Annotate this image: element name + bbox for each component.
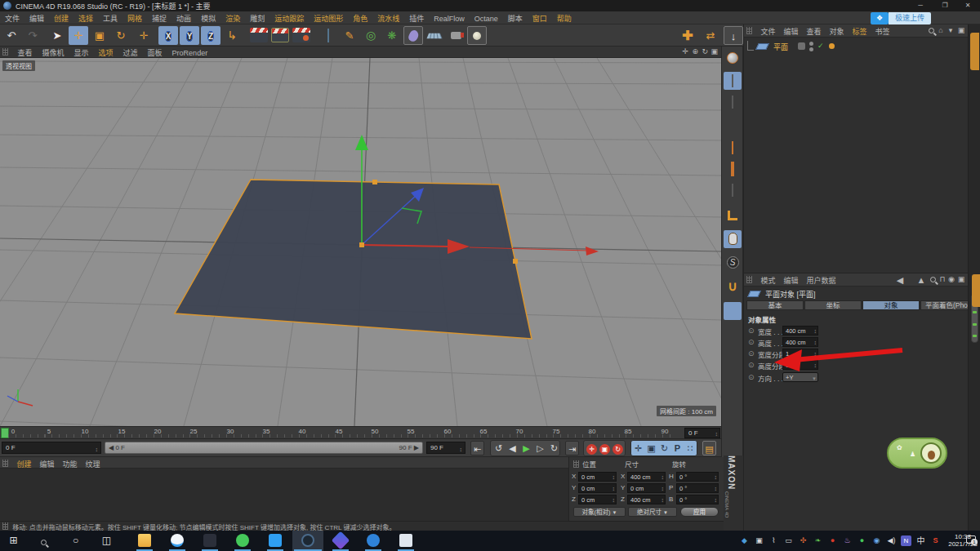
object-name[interactable]: 平面 — [773, 42, 788, 52]
menu-pipeline[interactable]: 流水线 — [372, 11, 404, 25]
anim-dot-icon[interactable]: ⊙ — [748, 361, 755, 369]
redo-button[interactable]: ↷ — [23, 26, 42, 45]
menu-render[interactable]: 渲染 — [220, 11, 245, 25]
maximize-view-icon[interactable]: ▣ — [710, 47, 718, 56]
mat-menu-texture[interactable]: 纹理 — [82, 457, 105, 471]
record-rotation-button[interactable]: ↻ — [611, 441, 625, 455]
search-icon[interactable] — [929, 28, 934, 33]
am-menu-edit[interactable]: 编辑 — [780, 273, 803, 287]
home-icon[interactable]: ⌂ — [936, 26, 946, 34]
add-floor-button[interactable] — [425, 26, 444, 45]
menu-plugins[interactable]: 插件 — [404, 11, 429, 25]
add-deformer-button[interactable] — [403, 26, 423, 45]
tray-screenshot-icon[interactable]: ▣ — [754, 535, 764, 546]
menu-octane[interactable]: Octane — [470, 13, 503, 24]
taskbar-app-explorer[interactable] — [129, 531, 160, 551]
tray-cloud-icon[interactable]: ◉ — [871, 535, 882, 546]
coordinate-system-button[interactable]: ↳ — [222, 26, 242, 45]
viewport-menu-panel[interactable]: 面板 — [143, 47, 167, 59]
rot-b-input[interactable]: 0 °↕ — [676, 495, 719, 504]
model-mode-button[interactable] — [724, 72, 742, 90]
menu-select[interactable]: 选择 — [74, 11, 98, 25]
texture-mode-button[interactable] — [724, 93, 742, 111]
add-generator-button[interactable]: ❋ — [382, 26, 402, 45]
render-visibility-dot[interactable] — [809, 47, 813, 51]
object-axis-mode-button[interactable] — [724, 207, 742, 225]
parent-up-icon[interactable]: ▲ — [916, 275, 926, 285]
pan-view-icon[interactable]: ✛ — [682, 47, 688, 56]
spinner-icon[interactable]: ↕ — [96, 444, 99, 455]
om-menu-edit[interactable]: 编辑 — [780, 24, 803, 38]
menu-file[interactable]: 文件 — [0, 11, 24, 25]
split-arrows-button[interactable]: ⇄ — [701, 26, 720, 45]
menu-mesh[interactable]: 网格 — [122, 11, 147, 25]
grip-icon[interactable] — [746, 276, 752, 283]
record-position-button[interactable]: ✛ — [585, 441, 599, 455]
timeline-ruler[interactable]: 0 5 10 15 20 25 30 35 40 45 50 55 60 65 … — [0, 426, 721, 439]
menu-motion-tracker[interactable]: 运动跟踪 — [270, 11, 309, 25]
menu-script[interactable]: 脚本 — [503, 11, 528, 25]
move-tool[interactable]: ✛ — [69, 26, 88, 45]
rot-h-input[interactable]: 0 °↕ — [676, 472, 719, 482]
key-rotation-toggle[interactable]: ↻ — [657, 441, 671, 455]
mat-menu-create[interactable]: 创建 — [13, 457, 36, 471]
zoom-view-icon[interactable]: ⊕ — [692, 47, 698, 56]
menu-realflow[interactable]: RealFlow — [429, 13, 470, 24]
lock-z-axis-button[interactable]: Z — [201, 26, 220, 45]
minimize-button[interactable]: ─ — [910, 0, 931, 11]
ruler-frame-field[interactable]: 0 F↕ — [684, 428, 720, 438]
tray-record-icon[interactable]: ● — [827, 535, 838, 546]
add-spline-pen-button[interactable]: ✎ — [340, 26, 359, 45]
polygons-mode-button[interactable] — [724, 181, 742, 199]
menu-animate[interactable]: 动画 — [172, 11, 196, 25]
search-icon[interactable] — [930, 277, 936, 282]
taskbar-app-cloud[interactable] — [358, 531, 389, 551]
tray-display-icon[interactable]: ▭ — [783, 535, 794, 546]
tray-wechat-icon[interactable]: ● — [857, 535, 867, 546]
add-primitive-cube-button[interactable] — [318, 26, 338, 45]
tray-pinwheel-icon[interactable]: ✣ — [798, 535, 808, 546]
key-pla-toggle[interactable]: ∷ — [684, 441, 697, 455]
record-scale-button[interactable]: ▣ — [598, 441, 612, 455]
workplane-mode-button[interactable] — [724, 114, 742, 132]
size-mode-dropdown[interactable]: 绝对尺寸 ▼ — [628, 507, 677, 517]
anim-dot-icon[interactable]: ⊙ — [748, 349, 755, 358]
viewport-solo-button[interactable] — [724, 230, 742, 248]
previous-key-button[interactable]: ↺ — [492, 441, 506, 455]
viewport-menu-view[interactable]: 查看 — [13, 47, 38, 59]
menu-sculpt[interactable]: 雕刻 — [245, 11, 270, 25]
tray-microphone-icon[interactable]: ⌇ — [768, 535, 779, 546]
collapse-icon[interactable]: ▾ — [946, 26, 956, 34]
panel-pin-icon[interactable]: ▣ — [956, 26, 966, 34]
snap-settings-button[interactable]: S — [724, 253, 742, 271]
previous-frame-button[interactable]: ◀ — [506, 441, 519, 455]
width-input[interactable]: 400 cm↕ — [782, 326, 818, 335]
menu-create[interactable]: 创建 — [49, 11, 74, 25]
download-arrow-button[interactable]: ↓ — [724, 26, 743, 45]
go-to-start-button[interactable]: ⇤ — [470, 441, 484, 455]
last-tool-button[interactable]: ✛ — [134, 26, 154, 45]
tray-n-app-icon[interactable]: N — [901, 535, 911, 546]
viewport-view-label[interactable]: 透视视图 — [2, 60, 35, 71]
om-menu-file[interactable]: 文件 — [757, 24, 780, 38]
om-menu-view[interactable]: 查看 — [803, 24, 826, 38]
history-back-icon[interactable]: ◀ — [895, 275, 905, 286]
menu-snap[interactable]: 捕捉 — [147, 11, 172, 25]
spinner-icon[interactable]: ↕ — [460, 444, 463, 455]
content-browser-tab[interactable] — [970, 33, 979, 70]
taskbar-app-wechat[interactable] — [227, 531, 258, 551]
panel-pin-icon[interactable]: ▣ — [956, 275, 966, 283]
tray-security-shield-icon[interactable]: ◆ — [739, 535, 750, 546]
add-object-plus-button[interactable]: ✚ — [678, 26, 697, 45]
taskbar-app-docs[interactable] — [260, 531, 291, 551]
taskbar-app-knot[interactable] — [325, 531, 356, 551]
grip-icon[interactable] — [2, 48, 8, 56]
align-workplane-button[interactable] — [724, 323, 742, 341]
am-menu-userdata[interactable]: 用户数据 — [803, 273, 840, 287]
world-coordinates-icon[interactable] — [724, 49, 742, 67]
spinner-icon[interactable]: ↕ — [715, 429, 719, 438]
phong-tag-icon[interactable] — [829, 43, 835, 49]
rot-p-input[interactable]: 0 °↕ — [676, 483, 719, 493]
go-to-end-button[interactable]: ⇥ — [565, 441, 579, 455]
anim-dot-icon[interactable]: ⊙ — [748, 338, 755, 346]
